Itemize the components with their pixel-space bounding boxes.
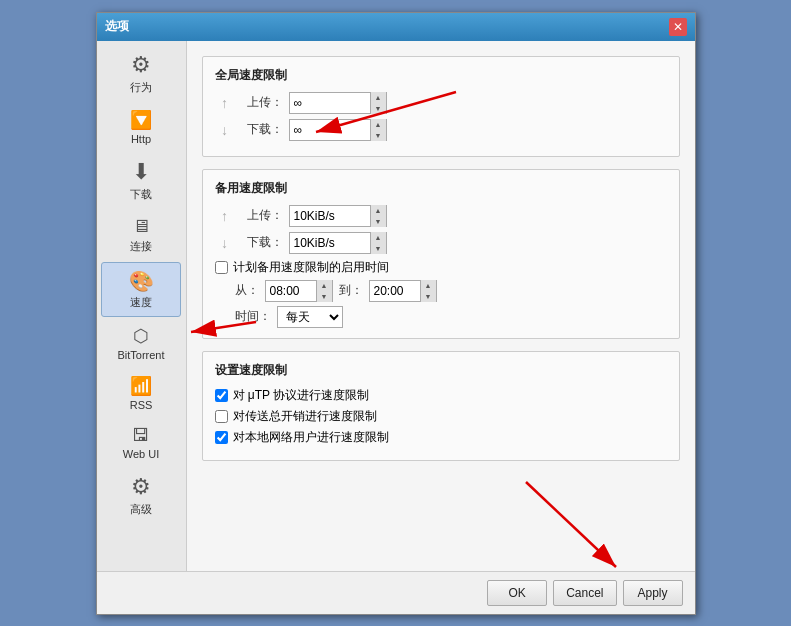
overhead-checkbox-label[interactable]: 对传送总开销进行速度限制 <box>233 408 377 425</box>
overhead-checkbox[interactable] <box>215 410 228 423</box>
backup-upload-label: 上传： <box>241 207 283 224</box>
sidebar-item-connection-label: 连接 <box>130 239 152 254</box>
sidebar-item-download-label: 下载 <box>130 187 152 202</box>
download-network-icon: ↓ <box>215 120 235 140</box>
main-content: 全局速度限制 ↑ 上传： ▲ ▼ ↓ <box>187 41 695 571</box>
download-spin-up[interactable]: ▲ <box>370 119 386 130</box>
upload-input-wrap: ▲ ▼ <box>289 92 387 114</box>
time-period-select[interactable]: 每天 工作日 周末 <box>277 306 343 328</box>
dialog-title: 选项 <box>105 18 129 35</box>
backup-speed-limit-title: 备用速度限制 <box>215 180 667 197</box>
upload-spin: ▲ ▼ <box>370 92 386 114</box>
sidebar-item-advanced[interactable]: ⚙ 高级 <box>101 468 181 523</box>
from-spin-down[interactable]: ▼ <box>316 291 332 302</box>
backup-speed-limit-section: 备用速度限制 ↑ 上传： ▲ ▼ ↓ <box>202 169 680 339</box>
rss-icon: 📶 <box>130 375 152 397</box>
dialog-footer: OK Cancel Apply <box>97 571 695 614</box>
set-speed-limit-title: 设置速度限制 <box>215 362 667 379</box>
utp-checkbox-label[interactable]: 对 μTP 协议进行速度限制 <box>233 387 370 404</box>
schedule-checkbox-label[interactable]: 计划备用速度限制的启用时间 <box>233 259 389 276</box>
overhead-checkbox-row: 对传送总开销进行速度限制 <box>215 408 667 425</box>
schedule-time-row: 从： ▲ ▼ 到： ▲ <box>235 280 667 302</box>
connection-icon: 🖥 <box>132 216 150 237</box>
local-net-checkbox-label[interactable]: 对本地网络用户进行速度限制 <box>233 429 389 446</box>
download-row: ↓ 下载： ▲ ▼ <box>215 119 667 141</box>
backup-upload-input[interactable] <box>290 206 370 226</box>
download-input-wrap: ▲ ▼ <box>289 119 387 141</box>
behavior-icon: ⚙ <box>131 52 151 78</box>
from-time-wrap: ▲ ▼ <box>265 280 333 302</box>
sidebar-item-behavior[interactable]: ⚙ 行为 <box>101 46 181 101</box>
advanced-icon: ⚙ <box>131 474 151 500</box>
download-input[interactable] <box>290 120 370 140</box>
local-net-checkbox-row: 对本地网络用户进行速度限制 <box>215 429 667 446</box>
backup-download-label: 下载： <box>241 234 283 251</box>
sidebar: ⚙ 行为 🔽 Http ⬇ 下载 🖥 连接 <box>97 41 187 571</box>
sidebar-item-bittorrent[interactable]: ⬡ BitTorrent <box>101 319 181 367</box>
sidebar-item-speed[interactable]: 🎨 速度 <box>101 262 181 317</box>
global-speed-limit-title: 全局速度限制 <box>215 67 667 84</box>
download-spin: ▲ ▼ <box>370 119 386 141</box>
download-icon: ⬇ <box>132 159 150 185</box>
backup-download-network-icon: ↓ <box>215 233 235 253</box>
backup-download-spin-up[interactable]: ▲ <box>370 232 386 243</box>
speed-icon: 🎨 <box>129 269 154 293</box>
sidebar-item-advanced-label: 高级 <box>130 502 152 517</box>
to-time-wrap: ▲ ▼ <box>369 280 437 302</box>
webui-icon: 🖫 <box>132 425 150 446</box>
to-spin-up[interactable]: ▲ <box>420 280 436 291</box>
upload-row: ↑ 上传： ▲ ▼ <box>215 92 667 114</box>
sidebar-item-behavior-label: 行为 <box>130 80 152 95</box>
download-label: 下载： <box>241 121 283 138</box>
bittorrent-icon: ⬡ <box>133 325 149 347</box>
to-time-input[interactable] <box>370 281 420 301</box>
global-speed-limit-section: 全局速度限制 ↑ 上传： ▲ ▼ ↓ <box>202 56 680 157</box>
to-spin: ▲ ▼ <box>420 280 436 302</box>
from-label: 从： <box>235 282 259 299</box>
sidebar-item-speed-label: 速度 <box>130 295 152 310</box>
from-spin: ▲ ▼ <box>316 280 332 302</box>
backup-download-input[interactable] <box>290 233 370 253</box>
backup-upload-row: ↑ 上传： ▲ ▼ <box>215 205 667 227</box>
upload-spin-down[interactable]: ▼ <box>370 103 386 114</box>
sidebar-item-download[interactable]: ⬇ 下载 <box>101 153 181 208</box>
title-bar: 选项 ✕ <box>97 13 695 41</box>
ok-button[interactable]: OK <box>487 580 547 606</box>
set-speed-limit-section: 设置速度限制 对 μTP 协议进行速度限制 对传送总开销进行速度限制 对本地网络… <box>202 351 680 461</box>
upload-network-icon: ↑ <box>215 93 235 113</box>
time-period-row: 时间： 每天 工作日 周末 <box>235 306 667 328</box>
backup-download-spin-down[interactable]: ▼ <box>370 243 386 254</box>
sidebar-item-http[interactable]: 🔽 Http <box>101 103 181 151</box>
upload-input[interactable] <box>290 93 370 113</box>
download-spin-down[interactable]: ▼ <box>370 130 386 141</box>
from-time-input[interactable] <box>266 281 316 301</box>
sidebar-item-connection[interactable]: 🖥 连接 <box>101 210 181 260</box>
close-button[interactable]: ✕ <box>669 18 687 36</box>
sidebar-item-http-label: Http <box>131 133 151 145</box>
sidebar-item-rss[interactable]: 📶 RSS <box>101 369 181 417</box>
apply-button[interactable]: Apply <box>623 580 683 606</box>
backup-upload-spin: ▲ ▼ <box>370 205 386 227</box>
schedule-checkbox[interactable] <box>215 261 228 274</box>
sidebar-item-bittorrent-label: BitTorrent <box>117 349 164 361</box>
schedule-checkbox-row: 计划备用速度限制的启用时间 <box>215 259 667 276</box>
backup-upload-network-icon: ↑ <box>215 206 235 226</box>
cancel-button[interactable]: Cancel <box>553 580 616 606</box>
backup-upload-spin-up[interactable]: ▲ <box>370 205 386 216</box>
http-icon: 🔽 <box>130 109 152 131</box>
time-label: 时间： <box>235 308 271 325</box>
to-spin-down[interactable]: ▼ <box>420 291 436 302</box>
sidebar-item-webui-label: Web UI <box>123 448 159 460</box>
utp-checkbox[interactable] <box>215 389 228 402</box>
local-net-checkbox[interactable] <box>215 431 228 444</box>
backup-download-input-wrap: ▲ ▼ <box>289 232 387 254</box>
backup-download-row: ↓ 下载： ▲ ▼ <box>215 232 667 254</box>
upload-label: 上传： <box>241 94 283 111</box>
sidebar-item-webui[interactable]: 🖫 Web UI <box>101 419 181 466</box>
from-spin-up[interactable]: ▲ <box>316 280 332 291</box>
upload-spin-up[interactable]: ▲ <box>370 92 386 103</box>
to-label: 到： <box>339 282 363 299</box>
backup-download-spin: ▲ ▼ <box>370 232 386 254</box>
backup-upload-spin-down[interactable]: ▼ <box>370 216 386 227</box>
utp-checkbox-row: 对 μTP 协议进行速度限制 <box>215 387 667 404</box>
